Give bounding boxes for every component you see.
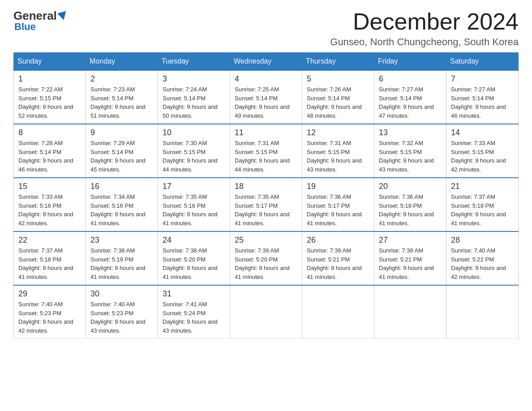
day-number: 12: [307, 128, 369, 137]
day-info: Sunrise: 7:26 AMSunset: 5:14 PMDaylight:…: [307, 85, 369, 120]
calendar-cell: 27Sunrise: 7:39 AMSunset: 5:21 PMDayligh…: [374, 231, 446, 285]
day-number: 19: [307, 182, 369, 191]
day-info: Sunrise: 7:38 AMSunset: 5:19 PMDaylight:…: [90, 246, 153, 281]
calendar-cell: 5Sunrise: 7:26 AMSunset: 5:14 PMDaylight…: [302, 70, 374, 124]
day-number: 2: [90, 74, 153, 84]
day-info: Sunrise: 7:30 AMSunset: 5:15 PMDaylight:…: [163, 139, 225, 174]
calendar-cell: [446, 285, 519, 339]
calendar-cell: 14Sunrise: 7:33 AMSunset: 5:15 PMDayligh…: [446, 124, 519, 178]
calendar-cell: 2Sunrise: 7:23 AMSunset: 5:14 PMDaylight…: [86, 70, 158, 124]
day-info: Sunrise: 7:27 AMSunset: 5:14 PMDaylight:…: [379, 85, 442, 120]
day-info: Sunrise: 7:40 AMSunset: 5:22 PMDaylight:…: [451, 246, 514, 281]
day-info: Sunrise: 7:37 AMSunset: 5:18 PMDaylight:…: [18, 246, 81, 281]
calendar-cell: 9Sunrise: 7:29 AMSunset: 5:14 PMDaylight…: [86, 124, 158, 178]
calendar-cell: 1Sunrise: 7:22 AMSunset: 5:15 PMDaylight…: [14, 70, 86, 124]
day-info: Sunrise: 7:28 AMSunset: 5:14 PMDaylight:…: [18, 139, 81, 174]
calendar-cell: 13Sunrise: 7:32 AMSunset: 5:15 PMDayligh…: [374, 124, 446, 178]
day-info: Sunrise: 7:39 AMSunset: 5:21 PMDaylight:…: [379, 246, 442, 281]
month-title: December 2024: [330, 9, 519, 34]
calendar-cell: 4Sunrise: 7:25 AMSunset: 5:14 PMDaylight…: [230, 70, 302, 124]
calendar-cell: 7Sunrise: 7:27 AMSunset: 5:14 PMDaylight…: [446, 70, 519, 124]
calendar-cell: 6Sunrise: 7:27 AMSunset: 5:14 PMDaylight…: [374, 70, 446, 124]
day-number: 10: [163, 128, 225, 137]
day-number: 14: [451, 128, 514, 137]
calendar-cell: 25Sunrise: 7:39 AMSunset: 5:20 PMDayligh…: [230, 231, 302, 285]
day-info: Sunrise: 7:27 AMSunset: 5:14 PMDaylight:…: [451, 85, 514, 120]
calendar-cell: 21Sunrise: 7:37 AMSunset: 5:18 PMDayligh…: [446, 178, 519, 231]
calendar-cell: 29Sunrise: 7:40 AMSunset: 5:23 PMDayligh…: [14, 285, 86, 339]
day-info: Sunrise: 7:39 AMSunset: 5:20 PMDaylight:…: [235, 246, 297, 281]
day-info: Sunrise: 7:33 AMSunset: 5:16 PMDaylight:…: [18, 193, 81, 227]
day-info: Sunrise: 7:32 AMSunset: 5:15 PMDaylight:…: [379, 139, 442, 174]
day-header-tuesday: Tuesday: [158, 53, 230, 71]
day-header-saturday: Saturday: [446, 53, 519, 71]
logo-blue-text: Blue: [14, 21, 36, 33]
day-number: 27: [379, 235, 442, 245]
day-info: Sunrise: 7:39 AMSunset: 5:21 PMDaylight:…: [307, 246, 369, 281]
day-number: 7: [451, 74, 514, 84]
day-number: 21: [451, 182, 514, 191]
day-info: Sunrise: 7:29 AMSunset: 5:14 PMDaylight:…: [90, 139, 153, 174]
calendar-cell: 30Sunrise: 7:40 AMSunset: 5:23 PMDayligh…: [86, 285, 158, 339]
calendar-cell: 10Sunrise: 7:30 AMSunset: 5:15 PMDayligh…: [158, 124, 230, 178]
page-header: General Blue December 2024 Gunseo, North…: [13, 9, 519, 48]
calendar-cell: 15Sunrise: 7:33 AMSunset: 5:16 PMDayligh…: [14, 178, 86, 231]
day-number: 22: [18, 235, 81, 245]
logo: General Blue: [13, 9, 64, 33]
calendar-cell: [302, 285, 374, 339]
day-number: 28: [451, 235, 514, 245]
day-header-sunday: Sunday: [14, 53, 86, 71]
day-info: Sunrise: 7:35 AMSunset: 5:17 PMDaylight:…: [235, 193, 297, 227]
day-info: Sunrise: 7:40 AMSunset: 5:23 PMDaylight:…: [90, 300, 153, 335]
day-number: 15: [18, 182, 81, 191]
day-number: 20: [379, 182, 442, 191]
day-number: 13: [379, 128, 442, 137]
day-header-thursday: Thursday: [302, 53, 374, 71]
day-number: 16: [90, 182, 153, 191]
day-number: 11: [235, 128, 297, 137]
calendar-table: SundayMondayTuesdayWednesdayThursdayFrid…: [13, 52, 519, 339]
day-info: Sunrise: 7:23 AMSunset: 5:14 PMDaylight:…: [90, 85, 153, 120]
day-info: Sunrise: 7:36 AMSunset: 5:18 PMDaylight:…: [379, 193, 442, 227]
calendar-week-4: 22Sunrise: 7:37 AMSunset: 5:18 PMDayligh…: [14, 231, 519, 285]
title-area: December 2024 Gunseo, North Chungcheong,…: [330, 9, 519, 48]
day-info: Sunrise: 7:33 AMSunset: 5:15 PMDaylight:…: [451, 139, 514, 174]
calendar-cell: 11Sunrise: 7:31 AMSunset: 5:15 PMDayligh…: [230, 124, 302, 178]
day-info: Sunrise: 7:31 AMSunset: 5:15 PMDaylight:…: [235, 139, 297, 174]
day-number: 8: [18, 128, 81, 137]
day-number: 24: [163, 235, 225, 245]
day-info: Sunrise: 7:24 AMSunset: 5:14 PMDaylight:…: [163, 85, 225, 120]
calendar-cell: 31Sunrise: 7:41 AMSunset: 5:24 PMDayligh…: [158, 285, 230, 339]
calendar-cell: 26Sunrise: 7:39 AMSunset: 5:21 PMDayligh…: [302, 231, 374, 285]
calendar-cell: 8Sunrise: 7:28 AMSunset: 5:14 PMDaylight…: [14, 124, 86, 178]
calendar-cell: 16Sunrise: 7:34 AMSunset: 5:16 PMDayligh…: [86, 178, 158, 231]
calendar-cell: 3Sunrise: 7:24 AMSunset: 5:14 PMDaylight…: [158, 70, 230, 124]
day-info: Sunrise: 7:36 AMSunset: 5:17 PMDaylight:…: [307, 193, 369, 227]
day-number: 4: [235, 74, 297, 84]
day-header-wednesday: Wednesday: [230, 53, 302, 71]
day-number: 6: [379, 74, 442, 84]
day-number: 31: [163, 289, 225, 299]
calendar-cell: 24Sunrise: 7:38 AMSunset: 5:20 PMDayligh…: [158, 231, 230, 285]
calendar-cell: 12Sunrise: 7:31 AMSunset: 5:15 PMDayligh…: [302, 124, 374, 178]
day-info: Sunrise: 7:22 AMSunset: 5:15 PMDaylight:…: [18, 85, 81, 120]
calendar-cell: 22Sunrise: 7:37 AMSunset: 5:18 PMDayligh…: [14, 231, 86, 285]
day-number: 18: [235, 182, 297, 191]
calendar-week-2: 8Sunrise: 7:28 AMSunset: 5:14 PMDaylight…: [14, 124, 519, 178]
day-info: Sunrise: 7:35 AMSunset: 5:16 PMDaylight:…: [163, 193, 225, 227]
calendar-cell: 19Sunrise: 7:36 AMSunset: 5:17 PMDayligh…: [302, 178, 374, 231]
day-number: 1: [18, 74, 81, 84]
day-info: Sunrise: 7:38 AMSunset: 5:20 PMDaylight:…: [163, 246, 225, 281]
day-number: 3: [163, 74, 225, 84]
day-info: Sunrise: 7:37 AMSunset: 5:18 PMDaylight:…: [451, 193, 514, 227]
day-number: 23: [90, 235, 153, 245]
day-number: 17: [163, 182, 225, 191]
day-info: Sunrise: 7:34 AMSunset: 5:16 PMDaylight:…: [90, 193, 153, 227]
logo-triangle-icon: [57, 11, 68, 21]
day-info: Sunrise: 7:40 AMSunset: 5:23 PMDaylight:…: [18, 300, 81, 335]
calendar-cell: 23Sunrise: 7:38 AMSunset: 5:19 PMDayligh…: [86, 231, 158, 285]
day-number: 9: [90, 128, 153, 137]
day-number: 5: [307, 74, 369, 84]
day-info: Sunrise: 7:41 AMSunset: 5:24 PMDaylight:…: [163, 300, 225, 335]
day-info: Sunrise: 7:31 AMSunset: 5:15 PMDaylight:…: [307, 139, 369, 174]
